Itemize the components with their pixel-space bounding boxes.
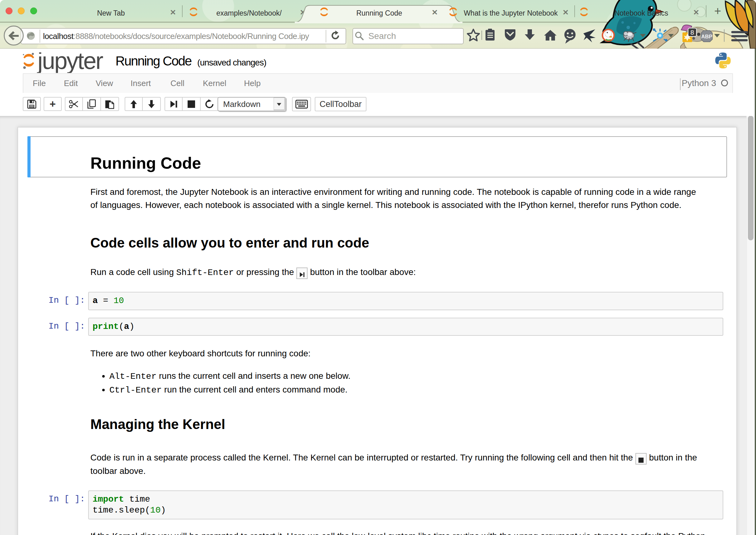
svg-text:ABP: ABP bbox=[701, 34, 713, 40]
svg-text:8: 8 bbox=[690, 29, 694, 36]
svg-text:jupyter: jupyter bbox=[37, 52, 103, 73]
